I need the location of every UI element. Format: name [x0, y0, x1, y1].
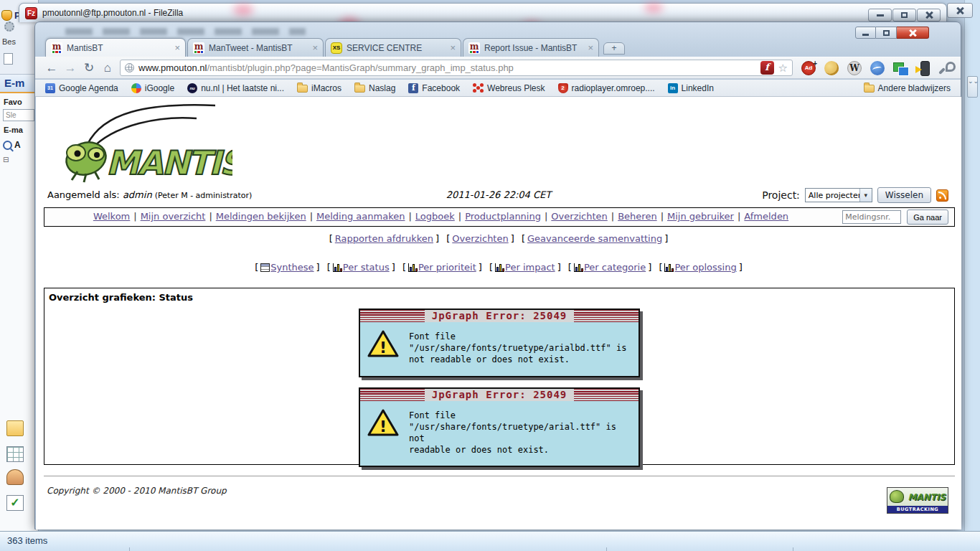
- tab-service-centre[interactable]: XS SERVICE CENTRE ×: [325, 38, 461, 57]
- tab-label: Report Issue - MantisBT: [484, 43, 583, 53]
- nav-melding-aanmaken[interactable]: Melding aanmaken: [316, 211, 405, 222]
- switch-project-button[interactable]: Wisselen: [877, 187, 931, 203]
- nav-mijn-overzicht[interactable]: Mijn overzicht: [141, 211, 206, 222]
- graph-per-categorie[interactable]: Per categorie: [584, 262, 646, 273]
- flash-blocked-icon[interactable]: f: [760, 61, 774, 75]
- tab-mantweet[interactable]: m ManTweet - MantisBT ×: [187, 38, 324, 57]
- maximize-button[interactable]: [892, 9, 916, 22]
- background-close-button[interactable]: [947, 3, 973, 18]
- bookmarks-bar: 31Google Agenda iGoogle nunu.nl | Het la…: [35, 80, 961, 97]
- project-select[interactable]: Alle projecten ▾: [805, 188, 872, 202]
- folder-icon: [864, 85, 875, 93]
- other-bookmarks-button[interactable]: Andere bladwijzers: [864, 83, 951, 93]
- goto-issue-button[interactable]: Ga naar: [907, 209, 948, 225]
- reload-button[interactable]: ↻: [80, 60, 98, 75]
- nav-productplanning[interactable]: Productplanning: [465, 211, 541, 222]
- rss-icon[interactable]: [936, 189, 948, 202]
- filezilla-titlebar[interactable]: Fz pmoutonnl@ftp.pmouton.nl - FileZilla: [19, 3, 947, 22]
- minimize-button[interactable]: [868, 9, 892, 22]
- graph-per-impact[interactable]: Per impact: [505, 262, 555, 273]
- tab-close-icon[interactable]: ×: [450, 44, 456, 52]
- close-button[interactable]: [897, 27, 929, 39]
- url-text[interactable]: www.pmouton.nl/mantisbt/plugin.php?page=…: [138, 62, 756, 73]
- back-button[interactable]: ←: [42, 61, 61, 75]
- globe-icon: [125, 63, 134, 72]
- cookie-icon[interactable]: [824, 61, 839, 75]
- main-navigation: Welkom|Mijn overzicht|Meldingen bekijken…: [44, 207, 955, 227]
- nav-welkom[interactable]: Welkom: [93, 211, 130, 222]
- graph-synthese[interactable]: Synthese: [270, 262, 314, 273]
- bookmark-linkedin[interactable]: inLinkedIn: [668, 83, 714, 93]
- bar-chart-icon: [664, 263, 674, 272]
- calendar-grid-icon[interactable]: [6, 446, 24, 462]
- graph-menu: [Synthese] [Per status] [Per prioriteit]…: [36, 262, 961, 273]
- dual-screens-icon[interactable]: [893, 61, 908, 75]
- document-icon: [4, 53, 13, 65]
- nav-afmelden[interactable]: Afmelden: [744, 211, 788, 222]
- browser-toolbar: ← → ↻ ⌂ www.pmouton.nl/mantisbt/plugin.p…: [35, 57, 961, 79]
- blur-smudge: [644, 3, 663, 13]
- forward-button[interactable]: →: [61, 61, 80, 75]
- send-to-phone-icon[interactable]: [916, 61, 930, 75]
- nu-icon: nu: [187, 83, 197, 93]
- url-path: /mantisbt/plugin.php?page=MantisGraph/su…: [207, 62, 513, 73]
- bookmark-naslag[interactable]: Naslag: [354, 83, 395, 93]
- nav-overzichten[interactable]: Overzichten: [551, 211, 607, 222]
- nav-logboek[interactable]: Logboek: [415, 211, 455, 222]
- graph-per-oplossing[interactable]: Per oplossing: [674, 262, 736, 273]
- bookmark-facebook[interactable]: fFacebook: [408, 83, 460, 93]
- email-panel-header: E-m: [0, 75, 37, 93]
- tab-close-icon[interactable]: ×: [174, 44, 180, 52]
- nav-beheren[interactable]: Beheren: [618, 211, 656, 222]
- maximize-button[interactable]: [876, 27, 897, 39]
- issue-number-input[interactable]: [842, 210, 901, 224]
- linkedin-icon: in: [668, 83, 678, 93]
- bookmark-radioplayer[interactable]: 2radioplayer.omroep....: [558, 83, 655, 93]
- contacts-icon[interactable]: [6, 469, 24, 485]
- mantis-logo[interactable]: MANTIS: [46, 100, 232, 185]
- bracket: ]: [390, 262, 397, 273]
- submenu-overzichten[interactable]: Overzichten: [452, 233, 508, 244]
- bookmark-webreus-plesk[interactable]: Webreus Plesk: [473, 83, 545, 93]
- nav-mijn-gebruiker[interactable]: Mijn gebruiker: [667, 211, 734, 222]
- nav-meldingen-bekijken[interactable]: Meldingen bekijken: [216, 211, 306, 222]
- close-button[interactable]: [917, 9, 941, 22]
- adblock-icon[interactable]: Ad: [801, 61, 816, 75]
- wikipedia-icon[interactable]: W: [847, 61, 862, 75]
- tab-mantisbt[interactable]: m MantisBT ×: [45, 38, 186, 57]
- home-button[interactable]: ⌂: [98, 61, 117, 75]
- bookmark-igoogle[interactable]: iGoogle: [131, 83, 174, 93]
- graph-per-status[interactable]: Per status: [343, 262, 390, 273]
- bookmark-nunl[interactable]: nunu.nl | Het laatste ni...: [187, 83, 284, 93]
- wrench-menu-icon[interactable]: [939, 61, 953, 75]
- nav-separator: |: [130, 211, 140, 222]
- globe-swirl-icon[interactable]: [870, 61, 885, 75]
- bookmark-star-icon[interactable]: ☆: [778, 62, 788, 75]
- error-header: JpGraph Error: 25049: [360, 310, 639, 322]
- minimize-button[interactable]: [855, 27, 876, 39]
- bar-chart-icon: [574, 263, 583, 272]
- email-search-box[interactable]: Sle: [3, 109, 34, 121]
- folder-shortcut-icon[interactable]: [6, 420, 24, 436]
- tab-close-icon[interactable]: ×: [312, 44, 318, 52]
- bookmark-imacros[interactable]: iMacros: [297, 83, 341, 93]
- chevron-down-icon[interactable]: ▾: [859, 189, 872, 202]
- tasks-check-icon[interactable]: ✓: [6, 495, 24, 511]
- submenu-geavanceerde-samenvatting[interactable]: Geavanceerde samenvatting: [527, 233, 662, 244]
- bookmark-google-agenda[interactable]: 31Google Agenda: [45, 83, 118, 93]
- address-bar[interactable]: www.pmouton.nl/mantisbt/plugin.php?page=…: [120, 60, 793, 76]
- gear-icon: [4, 22, 14, 32]
- mantis-footer-logo[interactable]: MANTIS BUGTRACKING SYSTEM: [887, 487, 948, 514]
- bracket: ]: [314, 262, 322, 273]
- submenu-rapporten-afdrukken[interactable]: Rapporten afdrukken: [335, 233, 433, 244]
- scrollbar-chevrons[interactable]: ⌄⌄: [967, 76, 978, 98]
- expand-toggle[interactable]: ⊟: [0, 150, 37, 164]
- tab-close-icon[interactable]: ×: [588, 44, 593, 52]
- new-tab-button[interactable]: +: [603, 42, 625, 55]
- graph-per-prioriteit[interactable]: Per prioriteit: [418, 262, 476, 273]
- bracket: ]: [509, 233, 517, 244]
- footer-logo-text: MANTIS: [908, 492, 946, 502]
- address-book-item[interactable]: A: [0, 134, 37, 150]
- tab-label: MantisBT: [67, 43, 170, 53]
- tab-report-issue[interactable]: m Report Issue - MantisBT ×: [463, 38, 599, 57]
